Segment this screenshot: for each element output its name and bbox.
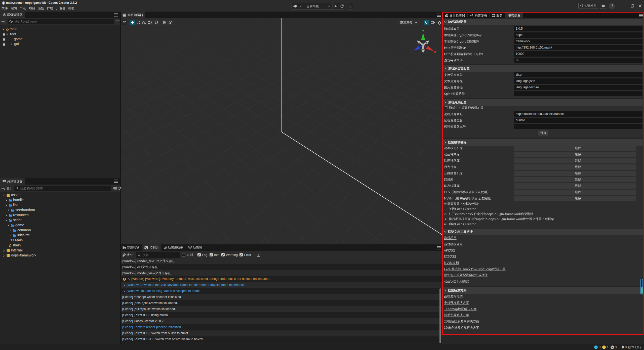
svg-text:Y: Y [422,29,424,33]
svg-text:Z: Z [411,50,413,54]
svg-text:X: X [434,50,436,54]
svg-text:i: i [596,346,596,349]
